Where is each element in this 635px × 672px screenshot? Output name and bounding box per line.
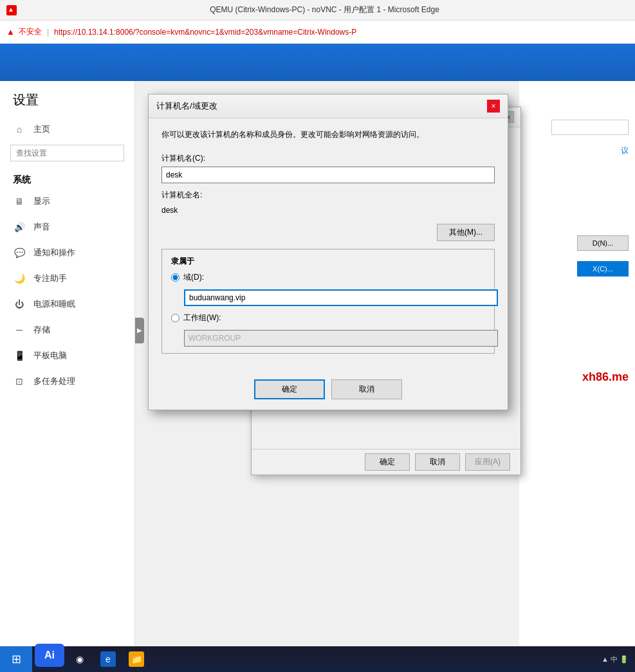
tablet-icon: 📱 — [13, 349, 26, 362]
cortana-taskbar-icon: ◉ — [72, 651, 87, 667]
computer-name-input[interactable] — [161, 167, 495, 183]
dialog-description: 你可以更改该计算机的名称和成员身份。更改可能会影响对网络资源的访问。 — [161, 129, 495, 140]
divider: | — [47, 28, 49, 37]
sidebar-item-tablet[interactable]: 📱 平板电脑 — [0, 343, 134, 368]
other-btn-row: 其他(M)... — [161, 224, 495, 241]
domain-dialog-footer: 确定 取消 — [149, 373, 508, 410]
sidebar-item-power-label: 电源和睡眠 — [33, 298, 75, 310]
sidebar-item-sound[interactable]: 🔊 声音 — [0, 214, 134, 240]
main-content: 设置 ⌂ 主页 系统 🖥 显示 🔊 声音 💬 通知和操作 🌙 专注助手 ⏻ 电源… — [0, 81, 635, 672]
sidebar-item-tablet-label: 平板电脑 — [33, 350, 67, 361]
right-content: 议 D(N)... X(C)... xh86.me 系统属性 × 确定 取消 — [135, 81, 635, 672]
scroll-handle[interactable]: ▶ — [135, 318, 144, 343]
notifications-icon: 💬 — [13, 246, 26, 259]
explorer-taskbar-icon: 📁 — [129, 651, 144, 667]
sidebar-item-power[interactable]: ⏻ 电源和睡眠 — [0, 291, 134, 317]
domain-input[interactable] — [184, 289, 498, 306]
taskbar-right: ▲ 中 🔋 — [602, 655, 635, 664]
sidebar-title: 设置 — [0, 91, 134, 116]
home-icon: ⌂ — [13, 123, 26, 136]
sidebar-item-notifications-label: 通知和操作 — [33, 247, 75, 259]
domain-dialog: 计算机名/域更改 × 你可以更改该计算机的名称和成员身份。更改可能会影响对网络资… — [148, 94, 508, 410]
right-panel-input[interactable] — [551, 120, 629, 135]
domain-dialog-body: 你可以更改该计算机的名称和成员身份。更改可能会影响对网络资源的访问。 计算机名(… — [149, 118, 508, 373]
right-panel-link[interactable]: 议 — [621, 145, 629, 156]
sidebar-item-display[interactable]: 🖥 显示 — [0, 188, 134, 214]
full-name-label: 计算机全名: — [161, 190, 495, 201]
sys-props-cancel-button[interactable]: 取消 — [415, 453, 460, 471]
ai-label: Ai — [44, 649, 55, 661]
sidebar-item-focus-label: 专注助手 — [33, 273, 67, 284]
blue-header — [0, 44, 635, 81]
sidebar: 设置 ⌂ 主页 系统 🖥 显示 🔊 声音 💬 通知和操作 🌙 专注助手 ⏻ 电源… — [0, 81, 135, 672]
workgroup-radio-label: 工作组(W): — [183, 313, 221, 323]
watermark: xh86.me — [582, 370, 629, 383]
taskbar-app-explorer[interactable]: 📁 — [124, 648, 149, 671]
taskbar: ⊞ 🔍 ◉ e 📁 Ai ▲ 中 🔋 — [0, 646, 635, 672]
sidebar-item-focus[interactable]: 🌙 专注助手 — [0, 266, 134, 291]
section-title: 系统 — [0, 169, 134, 188]
qemu-icon — [6, 5, 17, 15]
sidebar-item-storage-label: 存储 — [33, 324, 50, 336]
workgroup-radio-row: 工作组(W): — [171, 313, 485, 323]
start-button[interactable]: ⊞ — [0, 646, 32, 672]
domain-dialog-title: 计算机名/域更改 — [156, 100, 217, 112]
search-input[interactable] — [10, 145, 124, 161]
domain-ok-button[interactable]: 确定 — [254, 379, 325, 399]
domain-radio[interactable] — [171, 273, 179, 282]
workgroup-input — [184, 330, 498, 347]
sidebar-item-multitasking-label: 多任务处理 — [33, 376, 75, 387]
sidebar-item-storage[interactable]: ─ 存储 — [0, 317, 134, 343]
workgroup-radio[interactable] — [171, 314, 179, 322]
member-of-section: 隶属于 域(D): 工作组(W): — [161, 249, 495, 354]
other-button[interactable]: 其他(M)... — [437, 224, 495, 241]
right-panel-btn1[interactable]: D(N)... — [577, 235, 629, 251]
sys-props-footer: 确定 取消 应用(A) — [252, 449, 520, 475]
sidebar-item-multitasking[interactable]: ⊡ 多任务处理 — [0, 368, 134, 394]
domain-radio-label: 域(D): — [183, 272, 204, 283]
sys-props-ok-button[interactable]: 确定 — [365, 453, 410, 471]
sidebar-item-home-label: 主页 — [33, 123, 50, 135]
browser-title: QEMU (Citrix-Windows-PC) - noVNC - 用户配置 … — [21, 5, 629, 15]
warning-icon: ▲ — [6, 27, 15, 37]
system-tray: ▲ 中 🔋 — [602, 655, 629, 664]
focus-icon: 🌙 — [13, 272, 26, 285]
taskbar-app-ie[interactable]: e — [95, 648, 121, 671]
sys-props-apply-button[interactable]: 应用(A) — [465, 453, 510, 471]
right-panel-btn2[interactable]: X(C)... — [577, 261, 629, 277]
security-label: 不安全 — [19, 26, 42, 37]
computer-name-label: 计算机名(C): — [161, 153, 495, 164]
domain-cancel-button[interactable]: 取消 — [331, 379, 402, 399]
taskbar-app-cortana[interactable]: ◉ — [67, 648, 93, 671]
domain-dialog-close-button[interactable]: × — [487, 100, 500, 113]
sidebar-item-notifications[interactable]: 💬 通知和操作 — [0, 240, 134, 266]
ai-button[interactable]: Ai — [35, 644, 64, 667]
address-bar: ▲ 不安全 | https://10.13.14.1:8006/?console… — [0, 21, 635, 44]
sound-icon: 🔊 — [13, 221, 26, 233]
sidebar-item-home[interactable]: ⌂ 主页 — [0, 116, 134, 142]
power-icon: ⏻ — [13, 298, 26, 311]
storage-icon: ─ — [13, 323, 26, 336]
member-of-title: 隶属于 — [171, 256, 485, 267]
sidebar-item-display-label: 显示 — [33, 195, 50, 207]
sidebar-item-sound-label: 声音 — [33, 221, 50, 233]
browser-titlebar: QEMU (Citrix-Windows-PC) - noVNC - 用户配置 … — [0, 0, 635, 21]
multitask-icon: ⊡ — [13, 375, 26, 388]
display-icon: 🖥 — [13, 195, 26, 208]
edge-taskbar-icon: e — [100, 651, 116, 667]
domain-radio-row: 域(D): — [171, 272, 485, 283]
address-url: https://10.13.14.1:8006/?console=kvm&nov… — [54, 28, 356, 37]
full-name-value: desk — [161, 203, 495, 217]
domain-dialog-titlebar: 计算机名/域更改 × — [149, 95, 508, 118]
